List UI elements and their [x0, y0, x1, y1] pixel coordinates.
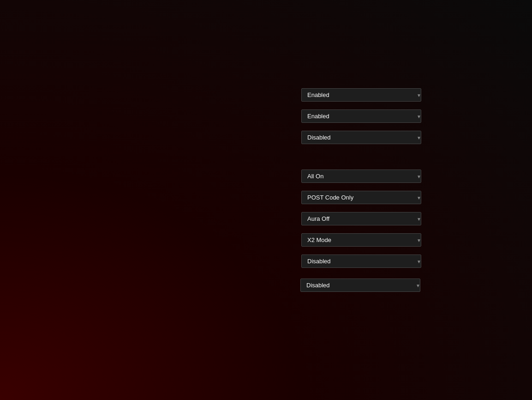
intel-pxe-select-wrapper: Disabled Enabled: [301, 131, 426, 144]
hd-audio-select[interactable]: Enabled Disabled: [301, 88, 421, 102]
pciex16-select[interactable]: X2 Mode X4 Mode: [301, 233, 421, 247]
qcode-led-select[interactable]: POST Code Only All On: [301, 191, 421, 204]
sleep-state-select-wrapper: Aura Off All On Previous State: [301, 212, 426, 225]
usb-power-select[interactable]: Disabled Enabled: [300, 279, 420, 292]
hyper-m2-select-wrapper: Disabled Enabled: [301, 255, 426, 268]
sleep-state-select[interactable]: Aura Off All On Previous State: [301, 212, 421, 225]
hd-audio-select-wrapper: Enabled Disabled: [301, 88, 426, 102]
working-state-select-wrapper: All On Aura Off Stealth Mode: [301, 170, 426, 183]
pciex16-select-wrapper: X2 Mode X4 Mode: [301, 233, 426, 247]
qcode-led-select-wrapper: POST Code Only All On: [301, 191, 426, 204]
intel-lan-select-wrapper: Enabled Disabled: [301, 109, 426, 123]
intel-lan-select[interactable]: Enabled Disabled: [301, 109, 421, 123]
hyper-m2-select[interactable]: Disabled Enabled: [301, 255, 421, 268]
intel-pxe-select[interactable]: Disabled Enabled: [301, 131, 421, 144]
usb-power-select-wrapper: Disabled Enabled: [300, 279, 425, 292]
working-state-select[interactable]: All On Aura Off Stealth Mode: [301, 170, 421, 183]
